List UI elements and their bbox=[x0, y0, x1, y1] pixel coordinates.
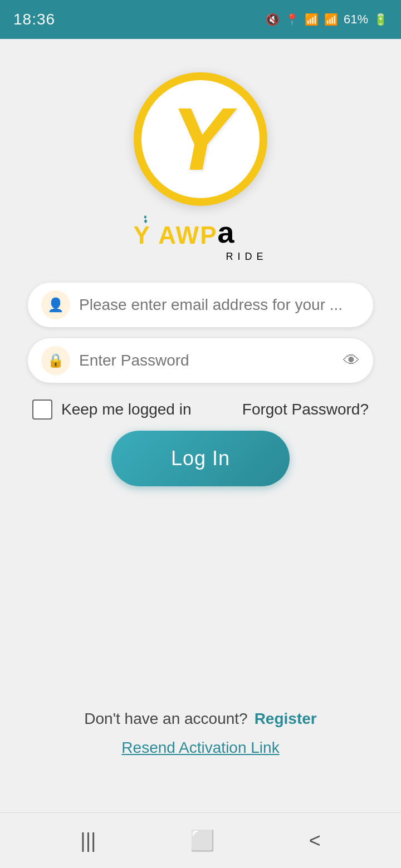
keep-logged-container: Keep me logged in bbox=[32, 400, 192, 420]
forgot-password-link[interactable]: Forgot Password? bbox=[242, 401, 369, 418]
location-icon: 📍 bbox=[285, 13, 299, 26]
logo-yawp-text: Y ⬧ AWP bbox=[133, 221, 217, 249]
show-password-icon[interactable]: 👁 bbox=[343, 351, 360, 370]
nav-back-icon[interactable]: < bbox=[309, 829, 321, 852]
battery-text: 61% bbox=[344, 12, 368, 27]
logo-awp-brand: AWP bbox=[158, 221, 217, 249]
email-input-wrapper: 👤 bbox=[28, 283, 373, 327]
logo-y-brand: Y ⬧ bbox=[133, 221, 158, 249]
login-form: 👤 🔒 👁 bbox=[28, 283, 373, 383]
logo-container: Y Y ⬧ AWP a RIDE bbox=[133, 72, 267, 249]
nav-menu-icon[interactable]: ||| bbox=[80, 829, 96, 852]
password-icon-bg: 🔒 bbox=[41, 346, 70, 375]
keep-logged-label: Keep me logged in bbox=[61, 401, 192, 418]
register-link[interactable]: Register bbox=[255, 710, 317, 728]
battery-icon: 🔋 bbox=[374, 13, 388, 26]
lock-icon: 🔒 bbox=[47, 353, 64, 368]
nav-bar: ||| ⬜ < bbox=[0, 812, 401, 868]
resend-activation-link[interactable]: Resend Activation Link bbox=[121, 739, 279, 757]
signal-icon: 📶 bbox=[324, 13, 338, 26]
status-time: 18:36 bbox=[13, 11, 55, 28]
logo-ride-text: RIDE bbox=[226, 251, 268, 263]
nav-home-icon[interactable]: ⬜ bbox=[190, 829, 215, 852]
status-bar: 18:36 🔇 📍 📶 📶 61% 🔋 bbox=[0, 0, 401, 39]
password-input-wrapper: 🔒 👁 bbox=[28, 338, 373, 383]
options-row: Keep me logged in Forgot Password? bbox=[28, 400, 373, 420]
wifi-icon: 📶 bbox=[305, 13, 319, 26]
login-button[interactable]: Log In bbox=[111, 431, 290, 486]
logo-a-brand: a bbox=[217, 215, 234, 249]
password-input[interactable] bbox=[79, 352, 334, 369]
logo-y-letter-large: Y bbox=[171, 95, 231, 184]
keep-logged-checkbox[interactable] bbox=[32, 400, 52, 420]
no-account-row: Don't have an account? Register bbox=[84, 710, 316, 728]
no-account-text: Don't have an account? bbox=[84, 710, 247, 728]
email-icon-bg: 👤 bbox=[41, 290, 70, 319]
logo-brand-text: Y ⬧ AWP a RIDE bbox=[133, 215, 267, 249]
mute-icon: 🔇 bbox=[266, 13, 280, 26]
status-icons: 🔇 📍 📶 📶 61% 🔋 bbox=[266, 12, 388, 27]
bottom-section: Don't have an account? Register Resend A… bbox=[28, 509, 373, 796]
logo-circle: Y bbox=[134, 72, 267, 206]
main-content: Y Y ⬧ AWP a RIDE 👤 🔒 bbox=[0, 39, 401, 812]
user-icon: 👤 bbox=[47, 297, 64, 313]
email-input[interactable] bbox=[79, 296, 360, 314]
